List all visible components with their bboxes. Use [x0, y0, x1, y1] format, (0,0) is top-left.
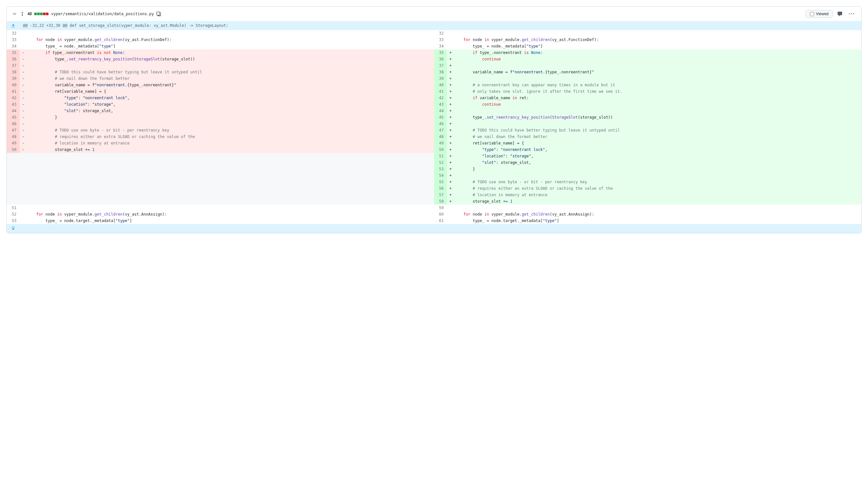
new-line-number[interactable]: 45 [434, 114, 447, 121]
chevron-down-icon[interactable] [12, 11, 17, 17]
new-line-number[interactable]: 35 [434, 50, 447, 56]
old-line-number[interactable]: 34 [7, 43, 20, 50]
code-line[interactable]: "location": "storage", [454, 153, 861, 159]
new-line-number[interactable]: 43 [434, 101, 447, 108]
old-line-number[interactable] [7, 179, 20, 185]
code-line[interactable] [454, 205, 861, 211]
old-line-number[interactable]: 40 [7, 82, 20, 88]
new-line-number[interactable]: 60 [434, 211, 447, 217]
code-line[interactable]: "location": "storage", [27, 101, 434, 108]
new-line-number[interactable]: 38 [434, 69, 447, 75]
code-line[interactable]: # location in memory at entrance [454, 192, 861, 198]
new-line-number[interactable]: 48 [434, 133, 447, 140]
code-line[interactable] [27, 121, 434, 127]
code-line[interactable]: "slot": storage_slot, [27, 108, 434, 114]
new-line-number[interactable]: 37 [434, 62, 447, 69]
old-line-number[interactable]: 52 [7, 211, 20, 217]
code-line[interactable]: if type_.nonreentrant is not None: [27, 50, 434, 56]
new-line-number[interactable]: 33 [434, 36, 447, 43]
code-line[interactable]: # a nonreentrant key can appear many tim… [454, 82, 861, 88]
new-line-number[interactable]: 56 [434, 185, 447, 192]
code-line[interactable] [27, 198, 434, 205]
code-line[interactable]: type_ = node.target._metadata["type"] [27, 217, 434, 224]
code-line[interactable]: # requires either an extra SLOAD or cach… [454, 185, 861, 192]
new-line-number[interactable]: 58 [434, 198, 447, 205]
viewed-checkbox[interactable]: Viewed [806, 10, 833, 18]
old-line-number[interactable]: 33 [7, 36, 20, 43]
expand-up-button[interactable] [7, 21, 20, 30]
old-line-number[interactable]: 49 [7, 140, 20, 146]
old-line-number[interactable]: 42 [7, 95, 20, 101]
old-line-number[interactable] [7, 198, 20, 205]
code-line[interactable]: # location in memory at entrance [27, 140, 434, 146]
code-line[interactable]: # TODO this could have better typing but… [454, 127, 861, 133]
expand-down-button[interactable] [7, 224, 20, 233]
code-line[interactable]: for node in vyper_module.get_children(vy… [27, 211, 434, 217]
code-line[interactable] [454, 62, 861, 69]
new-line-number[interactable]: 61 [434, 217, 447, 224]
old-line-number[interactable] [7, 153, 20, 159]
code-line[interactable]: } [27, 114, 434, 121]
code-line[interactable] [454, 172, 861, 179]
new-line-number[interactable]: 57 [434, 192, 447, 198]
new-line-number[interactable]: 46 [434, 121, 447, 127]
new-line-number[interactable]: 34 [434, 43, 447, 50]
code-line[interactable] [27, 172, 434, 179]
code-line[interactable]: "slot": storage_slot, [454, 159, 861, 166]
code-line[interactable]: for node in vyper_module.get_children(vy… [27, 36, 434, 43]
code-line[interactable]: type_ = node._metadata["type"] [454, 43, 861, 50]
old-line-number[interactable]: 32 [7, 30, 20, 36]
old-line-number[interactable]: 53 [7, 217, 20, 224]
new-line-number[interactable]: 53 [434, 166, 447, 172]
code-line[interactable]: storage_slot += 1 [454, 198, 861, 205]
code-line[interactable]: # we nail down the format better [454, 133, 861, 140]
new-line-number[interactable]: 52 [434, 159, 447, 166]
code-line[interactable]: } [454, 166, 861, 172]
code-line[interactable] [27, 205, 434, 211]
new-line-number[interactable]: 41 [434, 88, 447, 95]
old-line-number[interactable]: 45 [7, 114, 20, 121]
code-line[interactable]: ret[variable_name] = { [27, 88, 434, 95]
code-line[interactable]: continue [454, 56, 861, 62]
code-line[interactable]: # TODO use one byte - or bit - per reent… [454, 179, 861, 185]
new-line-number[interactable]: 47 [434, 127, 447, 133]
code-line[interactable]: # only takes one slot. ignore it after t… [454, 88, 861, 95]
new-line-number[interactable]: 50 [434, 146, 447, 153]
code-line[interactable]: for node in vyper_module.get_children(vy… [454, 211, 861, 217]
new-line-number[interactable]: 36 [434, 56, 447, 62]
expand-all-icon[interactable] [20, 11, 25, 17]
old-line-number[interactable] [7, 172, 20, 179]
code-line[interactable]: type_ = node.target._metadata["type"] [454, 217, 861, 224]
code-line[interactable]: # TODO use one byte - or bit - per reent… [27, 127, 434, 133]
code-line[interactable]: # requires either an extra SLOAD or cach… [27, 133, 434, 140]
code-line[interactable]: # we nail down the format better [27, 75, 434, 82]
code-line[interactable] [27, 30, 434, 36]
old-line-number[interactable]: 39 [7, 75, 20, 82]
old-line-number[interactable]: 38 [7, 69, 20, 75]
old-line-number[interactable]: 50 [7, 146, 20, 153]
old-line-number[interactable]: 37 [7, 62, 20, 69]
code-line[interactable] [27, 62, 434, 69]
new-line-number[interactable]: 39 [434, 75, 447, 82]
old-line-number[interactable] [7, 192, 20, 198]
code-line[interactable] [454, 121, 861, 127]
old-line-number[interactable]: 51 [7, 205, 20, 211]
code-line[interactable]: variable_name = f"nonreentrant.{type_.no… [454, 69, 861, 75]
code-line[interactable]: type_.set_reentrancy_key_position(Storag… [27, 56, 434, 62]
code-line[interactable]: "type": "nonreentrant lock", [27, 95, 434, 101]
code-line[interactable]: type_ = node._metadata["type"] [27, 43, 434, 50]
old-line-number[interactable]: 41 [7, 88, 20, 95]
file-path-link[interactable]: vyper/semantics/validation/data_position… [51, 12, 154, 16]
kebab-menu-button[interactable] [847, 9, 856, 19]
new-line-number[interactable]: 54 [434, 172, 447, 179]
new-line-number[interactable]: 59 [434, 205, 447, 211]
new-line-number[interactable]: 51 [434, 153, 447, 159]
code-line[interactable] [27, 159, 434, 166]
code-line[interactable]: "type": "nonreentrant lock", [454, 146, 861, 153]
old-line-number[interactable]: 35 [7, 50, 20, 56]
viewed-checkbox-input[interactable] [810, 12, 814, 16]
code-line[interactable] [454, 75, 861, 82]
old-line-number[interactable] [7, 166, 20, 172]
code-line[interactable]: for node in vyper_module.get_children(vy… [454, 36, 861, 43]
code-line[interactable]: # TODO this could have better typing but… [27, 69, 434, 75]
